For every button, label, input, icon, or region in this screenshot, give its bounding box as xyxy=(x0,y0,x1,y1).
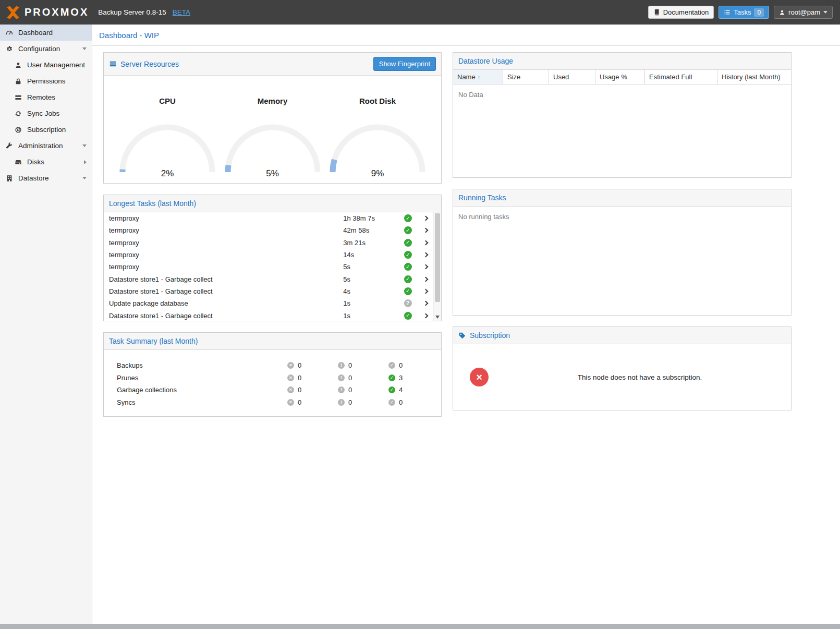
task-duration: 3m 21s xyxy=(343,239,398,247)
chevron-right-icon[interactable] xyxy=(418,289,433,293)
user-menu-button[interactable]: root@pam xyxy=(774,6,833,19)
task-summary-row: Prunes ×0 !0 ✓3 xyxy=(104,372,441,384)
summary-label: Garbage collections xyxy=(104,386,287,394)
datastore-icon xyxy=(5,175,14,182)
panel-title: Longest Tasks (last Month) xyxy=(109,199,196,208)
count: 0 xyxy=(298,361,301,369)
task-status-icon: ✓ xyxy=(404,214,412,222)
task-row[interactable]: termproxy 14s ✓ xyxy=(104,249,433,261)
task-name: termproxy xyxy=(109,239,343,247)
tasks-button[interactable]: Tasks 0 xyxy=(719,6,769,19)
task-list-icon xyxy=(724,9,731,16)
column-header-estimated-full[interactable]: Estimated Full xyxy=(645,70,717,84)
column-label: Used xyxy=(553,73,569,81)
subscription-panel: Subscription × This node does not have a… xyxy=(453,326,792,410)
count: 0 xyxy=(348,398,352,406)
product-subtitle: Backup Server 0.8-15 xyxy=(98,8,166,16)
panel-title: Task Summary (last Month) xyxy=(109,337,198,345)
gauge-label: Memory xyxy=(223,96,322,105)
count: 0 xyxy=(399,361,403,369)
main-content: Dashboard - WIP Server Resources Show Fi… xyxy=(92,25,840,624)
count: 0 xyxy=(348,361,352,369)
show-fingerprint-button[interactable]: Show Fingerprint xyxy=(373,57,436,71)
chevron-right-icon[interactable] xyxy=(418,241,433,245)
column-label: Name xyxy=(457,73,476,81)
warning-status-icon: ! xyxy=(338,362,345,369)
hdd-icon xyxy=(14,159,22,166)
scroll-down-icon[interactable] xyxy=(435,316,440,319)
count: 0 xyxy=(348,386,352,394)
chevron-right-icon[interactable] xyxy=(418,314,433,318)
task-row[interactable]: termproxy 3m 21s ✓ xyxy=(104,237,433,249)
beta-link[interactable]: BETA xyxy=(173,8,190,16)
task-duration: 5s xyxy=(343,263,398,271)
task-duration: 4s xyxy=(343,287,398,295)
column-header-size[interactable]: Size xyxy=(503,70,549,84)
sidebar-item-datastore[interactable]: Datastore xyxy=(0,170,92,186)
chevron-right-icon[interactable] xyxy=(418,265,433,269)
task-row[interactable]: Update package database 1s ? xyxy=(104,297,433,309)
gauge-label: Root Disk xyxy=(328,96,427,105)
column-header-name[interactable]: Name ↑ xyxy=(453,70,503,84)
sidebar-item-label: Disks xyxy=(27,158,44,166)
column-header-usage-pct[interactable]: Usage % xyxy=(595,70,645,84)
wrench-icon xyxy=(5,142,14,150)
tasks-label: Tasks xyxy=(734,8,751,16)
scrollbar-thumb[interactable] xyxy=(435,213,440,302)
sidebar-item-dashboard[interactable]: Dashboard xyxy=(0,25,92,41)
task-name: termproxy xyxy=(109,214,343,222)
datastore-usage-panel: Datastore Usage Name ↑ Size Used Usage %… xyxy=(453,52,792,178)
chevron-right-icon[interactable] xyxy=(418,277,433,281)
error-status-icon: × xyxy=(287,386,294,393)
task-row[interactable]: Datastore store1 - Garbage collect 5s ✓ xyxy=(104,273,433,285)
sidebar-item-permissions[interactable]: Permissions xyxy=(0,73,92,89)
error-status-icon: × xyxy=(287,374,294,381)
task-row[interactable]: termproxy 42m 58s ✓ xyxy=(104,224,433,236)
gauge-value: 2% xyxy=(118,168,217,179)
scrollbar[interactable] xyxy=(433,212,441,321)
task-summary-row: Syncs ×0 !0 ✓0 xyxy=(104,396,441,409)
empty-state-text: No Data xyxy=(453,84,791,105)
count: 0 xyxy=(298,398,301,406)
task-row[interactable]: Datastore store1 - Garbage collect 1s ✓ xyxy=(104,309,433,321)
chevron-right-icon[interactable] xyxy=(418,253,433,257)
column-label: Estimated Full xyxy=(649,73,692,81)
task-name: Update package database xyxy=(109,299,343,307)
panel-title: Datastore Usage xyxy=(458,57,513,65)
chevron-down-icon xyxy=(823,11,827,14)
task-name: Datastore store1 - Garbage collect xyxy=(109,287,343,295)
sidebar-item-administration[interactable]: Administration xyxy=(0,138,92,154)
ok-status-icon: ✓ xyxy=(388,362,395,369)
task-status-icon: ✓ xyxy=(404,226,412,234)
task-row[interactable]: Datastore store1 - Garbage collect 4s ✓ xyxy=(104,285,433,297)
documentation-button[interactable]: Documentation xyxy=(648,6,714,19)
chevron-right-icon[interactable] xyxy=(418,216,433,220)
sync-icon xyxy=(14,110,22,117)
task-summary-row: Garbage collections ×0 !0 ✓4 xyxy=(104,384,441,396)
server-resources-icon xyxy=(109,60,117,68)
task-row[interactable]: termproxy 1h 38m 7s ✓ xyxy=(104,212,433,224)
sidebar-item-label: Administration xyxy=(18,142,63,150)
sidebar-item-sync-jobs[interactable]: Sync Jobs xyxy=(0,105,92,122)
column-header-used[interactable]: Used xyxy=(549,70,595,84)
topbar: PROXMOX Backup Server 0.8-15 BETA Docume… xyxy=(0,0,840,25)
column-label: Usage % xyxy=(600,73,627,81)
count: 0 xyxy=(298,374,301,382)
chevron-right-icon xyxy=(84,160,87,164)
column-header-history[interactable]: History (last Month) xyxy=(717,70,791,84)
empty-state-text: No running tasks xyxy=(453,207,791,227)
sidebar-item-disks[interactable]: Disks xyxy=(0,154,92,170)
task-status-icon: ✓ xyxy=(404,312,412,320)
gauge-root-disk: Root Disk 9% xyxy=(328,96,427,183)
sidebar-item-configuration[interactable]: Configuration xyxy=(0,41,92,57)
sidebar-item-label: Datastore xyxy=(18,174,49,182)
server-resources-panel: Server Resources Show Fingerprint CPU 2% xyxy=(103,52,442,184)
chevron-right-icon[interactable] xyxy=(418,228,433,232)
sidebar: Dashboard Configuration User Management … xyxy=(0,25,92,624)
sidebar-item-user-management[interactable]: User Management xyxy=(0,57,92,73)
sidebar-item-remotes[interactable]: Remotes xyxy=(0,89,92,105)
task-name: termproxy xyxy=(109,263,343,271)
sidebar-item-subscription[interactable]: Subscription xyxy=(0,122,92,138)
chevron-right-icon[interactable] xyxy=(418,301,433,305)
task-row[interactable]: termproxy 5s ✓ xyxy=(104,261,433,273)
